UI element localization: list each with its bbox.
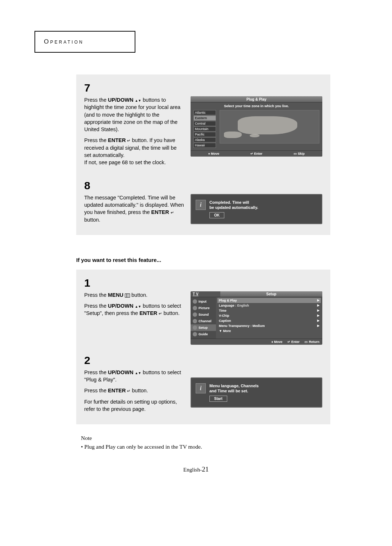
text: be updated automatically. xyxy=(209,205,258,210)
step-2-text: Press the UP/DOWN buttons to select "Plu… xyxy=(84,369,184,416)
tz-item-atlantic: Atlantic xyxy=(193,110,216,115)
setup-icon xyxy=(193,325,197,330)
dialog-text: Completed. Time will be updated automati… xyxy=(209,200,258,219)
sidebar-item-picture: Picture xyxy=(191,305,216,311)
text: The message "Completed. Time will be upd… xyxy=(84,195,184,215)
osd-start-dialog: i Menu language, Channels and Time will … xyxy=(191,377,322,408)
reset-heading: If you want to reset this feature... xyxy=(76,257,358,263)
text: Press the xyxy=(84,97,108,103)
row-language: Language : English▶ xyxy=(217,303,321,308)
step-number-7: 7 xyxy=(84,82,322,94)
timezone-list: Atlantic Eastern Central Mountain Pacifi… xyxy=(193,110,216,148)
step-1-text: Press the MENU button. Press the UP/DOWN… xyxy=(84,291,184,321)
row-caption: Caption▶ xyxy=(217,318,321,323)
osd-setup-menu-figure: T V Setup Input Picture Sound Channel Se… xyxy=(191,291,322,345)
section-header-box: Operation xyxy=(34,31,135,53)
tv-label: T V xyxy=(191,291,220,297)
row-plug-play: Plug & Play▶ xyxy=(217,298,321,303)
step-number-8: 8 xyxy=(84,179,322,192)
note-label: Note xyxy=(81,435,92,441)
enter-icon: ↵ xyxy=(159,311,162,316)
instruction-block-2: 1 Press the MENU button. Press the UP/DO… xyxy=(76,270,330,424)
channel-icon xyxy=(193,319,197,323)
row-vchip: V-Chip▶ xyxy=(217,313,321,318)
chevron-right-icon: ▶ xyxy=(317,319,319,322)
text: Press the xyxy=(84,137,108,143)
info-icon: i xyxy=(196,200,206,210)
text: Press the xyxy=(84,303,108,309)
text: Menu language, Channels xyxy=(209,384,259,388)
row-menu-transparency: Menu Transparency : Medium▶ xyxy=(217,323,321,328)
step-7-text: Press the UP/DOWN buttons to highlight t… xyxy=(84,96,184,170)
text-bold: ENTER xyxy=(139,310,157,316)
hint-skip: ▭ Skip xyxy=(294,152,305,155)
osd-subtitle: Select your time zone in which you live. xyxy=(191,102,322,109)
hint-return: ▭ Return xyxy=(305,340,319,344)
sidebar-item-sound: Sound xyxy=(191,311,216,318)
triangle-up-icon xyxy=(135,97,138,103)
info-icon: i xyxy=(196,383,206,393)
step-number-2: 2 xyxy=(84,354,322,367)
text-bold: UP/DOWN xyxy=(108,369,133,375)
text: button. xyxy=(84,217,100,223)
text: If not, see page 68 to set the clock. xyxy=(84,159,166,165)
menu-title: Setup xyxy=(220,291,322,297)
hint-move: ♦ Move xyxy=(271,340,282,344)
note-block: Note • Plug and Play can only be accesse… xyxy=(81,434,358,451)
guide-icon xyxy=(193,332,197,336)
osd-timezone-figure: Plug & Play Select your time zone in whi… xyxy=(191,96,322,157)
enter-icon: ↵ xyxy=(171,210,174,215)
text: button. xyxy=(132,388,148,393)
chevron-right-icon: ▶ xyxy=(317,314,319,317)
footer-lang: English- xyxy=(183,467,202,473)
enter-icon: ↵ xyxy=(127,138,130,143)
text: button. xyxy=(163,310,179,316)
footer-page-number: 21 xyxy=(202,465,209,473)
start-button: Start xyxy=(209,396,227,402)
osd-footer: ♦ Move ↵ Enter ▭ Return xyxy=(191,339,322,345)
text-bold: MENU xyxy=(108,292,123,298)
text-bold: UP/DOWN xyxy=(108,303,133,309)
triangle-up-icon xyxy=(135,303,138,309)
menu-sidebar: Input Picture Sound Channel Setup Guide xyxy=(191,297,216,339)
text: and Time will be set. xyxy=(209,389,248,393)
row-more: ▼ More xyxy=(217,328,321,333)
page-footer: English-21 xyxy=(34,465,358,473)
chevron-right-icon: ▶ xyxy=(317,299,319,302)
sidebar-item-guide: Guide xyxy=(191,331,216,337)
hint-move: ♦ Move xyxy=(208,152,219,155)
text-bold: ENTER xyxy=(151,209,169,215)
osd-footer: ♦ Move ↵ Enter ▭ Skip xyxy=(191,150,322,157)
us-map-icon xyxy=(220,110,319,143)
menu-icon xyxy=(125,294,130,298)
text: Press the xyxy=(84,292,108,298)
tz-item-pacific: Pacific xyxy=(193,132,216,137)
text: Completed. Time will xyxy=(209,200,249,205)
text-bold: ENTER xyxy=(108,388,126,393)
section-header: Operation xyxy=(44,38,84,45)
triangle-down-icon xyxy=(138,369,141,375)
sound-icon xyxy=(193,312,197,317)
osd-completed-dialog: i Completed. Time will be updated automa… xyxy=(191,194,322,225)
picture-icon xyxy=(193,306,197,310)
dialog-text: Menu language, Channels and Time will be… xyxy=(209,383,259,402)
tz-item-eastern: Eastern xyxy=(193,116,216,121)
tz-item-mountain: Mountain xyxy=(193,126,216,132)
hint-enter: ↵ Enter xyxy=(287,340,300,344)
enter-icon: ↵ xyxy=(127,389,130,393)
sidebar-item-setup: Setup xyxy=(191,324,216,331)
step-8-text: The message "Completed. Time will be upd… xyxy=(84,194,184,227)
hint-enter: ↵ Enter xyxy=(250,152,263,155)
row-time: Time▶ xyxy=(217,308,321,313)
input-icon xyxy=(193,299,197,304)
chevron-right-icon: ▶ xyxy=(317,324,319,327)
tz-item-hawaii: Hawaii xyxy=(193,143,216,148)
instruction-block-1: 7 Press the UP/DOWN buttons to highlight… xyxy=(76,74,330,235)
text-bold: ENTER xyxy=(108,137,126,143)
text: Press the xyxy=(84,388,108,393)
chevron-right-icon: ▶ xyxy=(317,304,319,307)
triangle-down-icon xyxy=(138,97,141,103)
tz-item-alaska: Alaska xyxy=(193,137,216,142)
chevron-right-icon: ▶ xyxy=(317,309,319,312)
text: button. xyxy=(131,292,147,298)
